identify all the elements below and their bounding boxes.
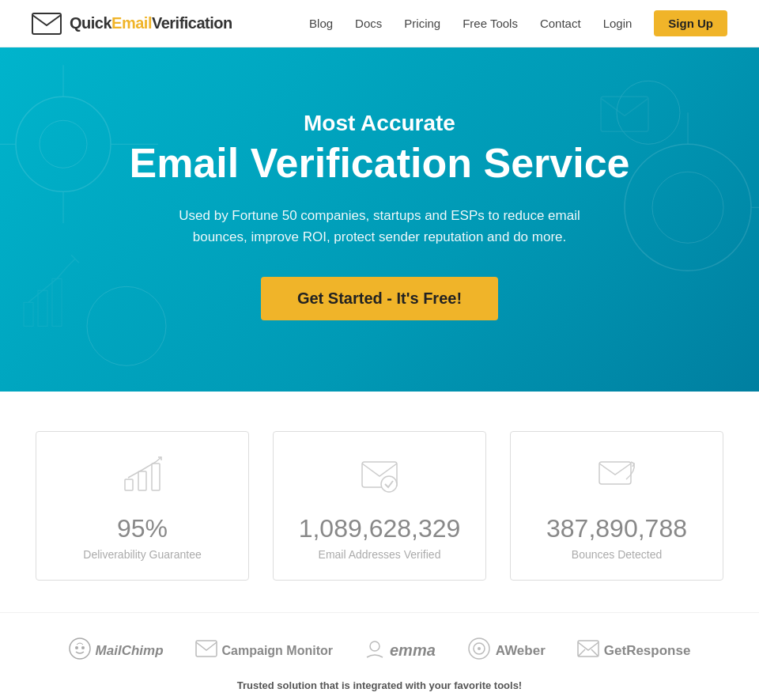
stat-label-deliverability: Deliverability Guarantee (83, 548, 201, 561)
nav-login[interactable]: Login (603, 17, 632, 30)
hero-description: Used by Fortune 50 companies, startups a… (166, 205, 593, 248)
partner-mailchimp-label: MailChimp (96, 643, 164, 659)
partner-campaign-monitor-label: Campaign Monitor (222, 644, 333, 658)
nav-blog[interactable]: Blog (309, 17, 333, 30)
stat-number-deliverability: 95% (117, 514, 168, 543)
svg-rect-19 (125, 479, 133, 490)
aweber-icon (467, 637, 491, 665)
partner-campaign-monitor: Campaign Monitor (195, 640, 333, 662)
logo-envelope-icon (32, 13, 62, 35)
logo-text: QuickEmailVerification (70, 14, 232, 32)
nav-docs[interactable]: Docs (355, 17, 382, 30)
stat-label-bounces: Bounces Detected (572, 548, 662, 561)
partners-section: MailChimp Campaign Monitor emma (0, 612, 759, 700)
partner-aweber-label: AWeber (496, 643, 546, 659)
header: QuickEmailVerification Blog Docs Pricing… (0, 0, 759, 47)
svg-line-17 (67, 259, 75, 267)
svg-line-35 (591, 649, 599, 656)
email-bounce-icon (596, 456, 637, 501)
svg-rect-0 (32, 13, 61, 34)
svg-point-29 (370, 641, 380, 651)
svg-rect-15 (38, 290, 47, 326)
emma-icon (364, 638, 385, 664)
svg-point-23 (381, 476, 397, 492)
svg-rect-14 (24, 302, 33, 326)
svg-rect-16 (52, 278, 62, 326)
trusted-text: Trusted solution that is integrated with… (32, 679, 727, 691)
campaign-monitor-icon (195, 640, 217, 662)
hero-cta-button[interactable]: Get Started - It's Free! (261, 277, 498, 320)
svg-point-11 (87, 286, 166, 365)
stat-number-verified: 1,089,628,329 (299, 514, 461, 543)
mailchimp-icon (69, 638, 91, 664)
svg-point-32 (478, 647, 481, 650)
hero-subtitle: Most Accurate (32, 111, 727, 136)
svg-line-34 (578, 649, 585, 656)
stat-card-verified: 1,089,628,329 Email Addresses Verified (273, 431, 486, 581)
getresponse-icon (577, 640, 599, 662)
svg-rect-24 (599, 462, 631, 484)
stat-card-deliverability: 95% Deliverability Guarantee (36, 431, 249, 581)
chart-growth-icon (122, 456, 163, 501)
partner-emma-label: emma (390, 641, 436, 660)
stats-section: 95% Deliverability Guarantee 1,089,628,3… (0, 392, 759, 612)
nav-pricing[interactable]: Pricing (404, 17, 440, 30)
svg-point-25 (70, 638, 90, 659)
stat-card-bounces: 387,890,788 Bounces Detected (510, 431, 723, 581)
nav-contact[interactable]: Contact (540, 17, 581, 30)
nav-free-tools[interactable]: Free Tools (463, 17, 518, 30)
main-nav: Blog Docs Pricing Free Tools Contact Log… (309, 10, 727, 36)
partner-logos-list: MailChimp Campaign Monitor emma (32, 637, 727, 665)
svg-point-27 (81, 646, 85, 649)
hero-title: Email Verification Service (32, 141, 727, 186)
stat-label-verified: Email Addresses Verified (319, 548, 441, 561)
partner-mailchimp: MailChimp (69, 638, 164, 664)
svg-rect-20 (138, 471, 146, 490)
signup-button[interactable]: Sign Up (654, 10, 727, 36)
svg-point-26 (75, 646, 78, 649)
svg-rect-28 (196, 641, 217, 656)
svg-line-18 (71, 255, 79, 263)
email-verified-icon (359, 456, 400, 501)
svg-rect-21 (152, 464, 160, 490)
hero-section: Most Accurate Email Verification Service… (0, 47, 759, 392)
partner-emma: emma (364, 638, 436, 664)
partner-getresponse: GetResponse (577, 640, 691, 662)
partner-aweber: AWeber (467, 637, 546, 665)
stat-number-bounces: 387,890,788 (546, 514, 687, 543)
partner-getresponse-label: GetResponse (604, 643, 691, 659)
logo[interactable]: QuickEmailVerification (32, 13, 232, 35)
